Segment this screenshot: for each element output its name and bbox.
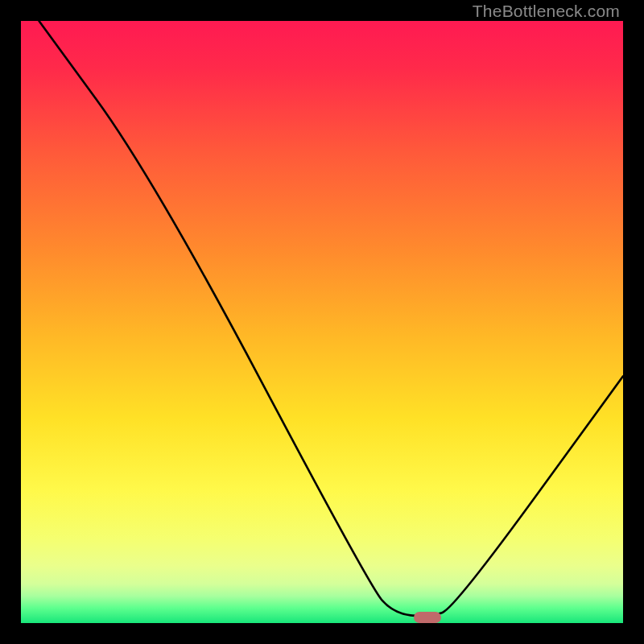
watermark-text: TheBottleneck.com bbox=[473, 2, 620, 21]
plot-area bbox=[21, 21, 623, 623]
chart-frame: TheBottleneck.com bbox=[0, 0, 644, 644]
background-gradient bbox=[21, 21, 623, 623]
optimal-marker bbox=[414, 612, 441, 623]
svg-rect-0 bbox=[21, 21, 623, 623]
